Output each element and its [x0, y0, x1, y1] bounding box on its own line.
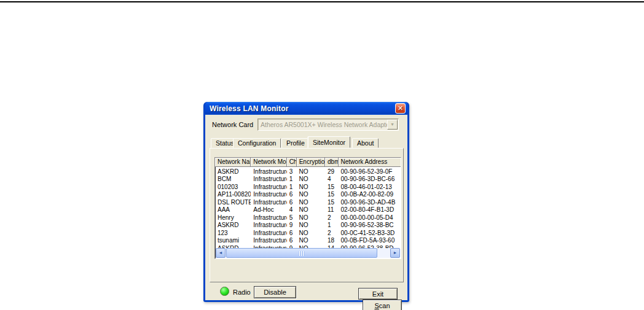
table-cell: Infrastructure: [251, 184, 286, 190]
window-titlebar[interactable]: Wireless LAN Monitor ✕: [205, 102, 407, 115]
table-cell: NO: [297, 214, 325, 221]
table-cell: Infrastructure: [251, 237, 286, 244]
table-cell: 9: [287, 222, 297, 228]
table-cell: 00-0B-A2-00-82-09: [338, 191, 401, 198]
table-cell: 123: [215, 230, 251, 236]
table-row[interactable]: 010203Infrastructure1NO1508-00-46-01-02-…: [215, 183, 401, 191]
table-cell: 6: [287, 237, 297, 244]
table-cell: 4: [325, 176, 338, 182]
table-cell: 00-0C-41-52-B3-3D: [338, 230, 401, 236]
sitemonitor-tab-panel: Network Name Network Mode Ch Encryption …: [210, 148, 404, 282]
wireless-lan-monitor-window: Wireless LAN Monitor ✕ Network Card Athe…: [203, 102, 409, 302]
chevron-down-icon: ▼: [390, 122, 395, 126]
disable-button[interactable]: Disable: [254, 286, 296, 298]
table-cell: 00-90-96-3D-AD-4B: [338, 199, 401, 206]
table-cell: 3: [287, 168, 297, 175]
table-cell: NO: [297, 230, 325, 236]
table-cell: NO: [297, 176, 325, 182]
table-cell: Infrastructure: [251, 230, 286, 236]
column-header-ch[interactable]: Ch: [287, 158, 297, 167]
close-button[interactable]: ✕: [395, 103, 406, 114]
table-cell: NO: [297, 237, 325, 244]
table-cell: NO: [297, 184, 325, 190]
tab-sitemonitor[interactable]: SiteMonitor: [308, 136, 350, 148]
table-row[interactable]: AAAAd-Hoc4NO1102-00-80-4F-B1-3D: [215, 206, 401, 214]
scrollbar-track[interactable]: [226, 248, 390, 258]
horizontal-scrollbar[interactable]: ◄ ►: [216, 248, 400, 258]
network-card-value: Atheros AR5001X+ Wireless Network Adapte…: [258, 121, 387, 128]
table-cell: 00-90-96-52-39-0F: [338, 168, 401, 175]
table-cell: 4: [287, 206, 297, 213]
table-cell: 08-00-46-01-02-13: [338, 184, 401, 190]
exit-button[interactable]: Exit: [358, 288, 398, 300]
table-cell: 1: [287, 184, 297, 190]
arrow-right-icon: ►: [393, 250, 398, 255]
table-cell: AP11-008209: [215, 191, 251, 198]
table-cell: 1: [287, 176, 297, 182]
combo-dropdown-button[interactable]: ▼: [387, 120, 398, 130]
table-cell: BCM: [215, 176, 251, 182]
scrollbar-grip-icon: [299, 251, 305, 256]
table-header: Network Name Network Mode Ch Encryption …: [215, 158, 401, 167]
scrollbar-right-arrow[interactable]: ►: [390, 248, 400, 258]
radio-label: Radio: [233, 289, 251, 296]
close-icon: ✕: [398, 104, 403, 112]
table-cell: Ad-Hoc: [251, 206, 286, 213]
table-cell: tsunami: [215, 237, 251, 244]
table-row[interactable]: tsunamiInfrastructure6NO1800-0B-FD-5A-93…: [215, 237, 401, 245]
column-header-network-mode[interactable]: Network Mode: [251, 158, 286, 167]
table-cell: 00-0B-FD-5A-93-60: [338, 237, 401, 244]
tab-profile[interactable]: Profile: [281, 138, 310, 148]
table-cell: 1: [325, 222, 338, 228]
window-body: Network Card Atheros AR5001X+ Wireless N…: [205, 115, 407, 300]
table-cell: 15: [325, 191, 338, 198]
table-cell: DSL ROUTER: [215, 199, 251, 206]
table-cell: ASKRD: [215, 168, 251, 175]
tab-about[interactable]: About: [352, 138, 379, 148]
table-cell: 5: [287, 214, 297, 221]
column-header-network-name[interactable]: Network Name: [215, 158, 251, 167]
table-cell: Infrastructure: [251, 214, 286, 221]
table-cell: 00-90-96-3D-BC-66: [338, 176, 401, 182]
table-row[interactable]: ASKRDInfrastructure9NO100-90-96-52-38-BC: [215, 222, 401, 230]
table-cell: 11: [325, 206, 338, 213]
table-cell: 6: [287, 230, 297, 236]
table-cell: Infrastructure: [251, 191, 286, 198]
table-cell: NO: [297, 168, 325, 175]
column-header-encryption[interactable]: Encryption: [297, 158, 325, 167]
network-listview: Network Name Network Mode Ch Encryption …: [214, 157, 401, 259]
column-header-network-address[interactable]: Network Address: [339, 158, 401, 167]
scan-button[interactable]: Scan: [363, 300, 402, 310]
table-cell: 18: [325, 237, 338, 244]
scan-button-label: Scan: [374, 302, 390, 309]
table-row[interactable]: HenryInfrastructure5NO200-00-00-00-05-D4: [215, 214, 401, 222]
tab-configuration[interactable]: Configuration: [233, 138, 281, 148]
table-row[interactable]: 123Infrastructure6NO200-0C-41-52-B3-3D: [215, 229, 401, 237]
table-cell: 010203: [215, 184, 251, 190]
table-cell: 29: [325, 168, 338, 175]
table-row[interactable]: BCMInfrastructure1NO400-90-96-3D-BC-66: [215, 176, 401, 184]
table-cell: 2: [325, 230, 338, 236]
arrow-left-icon: ◄: [219, 250, 223, 255]
table-cell: 00-00-00-00-05-D4: [338, 214, 401, 221]
table-cell: Henry: [215, 214, 251, 221]
page-top-rule: [0, 1, 644, 2]
table-row[interactable]: AP11-008209Infrastructure6NO1500-0B-A2-0…: [215, 191, 401, 199]
table-cell: Infrastructure: [251, 176, 286, 182]
table-cell: ASKRD: [215, 222, 251, 228]
table-body: ASKRDInfrastructure3NO2900-90-96-52-39-0…: [215, 168, 401, 252]
column-header-dbm[interactable]: dbm: [325, 158, 339, 167]
table-cell: 02-00-80-4F-B1-3D: [338, 206, 401, 213]
window-title: Wireless LAN Monitor: [210, 104, 395, 113]
table-cell: Infrastructure: [251, 199, 286, 206]
scrollbar-left-arrow[interactable]: ◄: [216, 248, 226, 258]
table-cell: Infrastructure: [251, 168, 286, 175]
table-cell: 00-90-96-52-38-BC: [338, 222, 401, 228]
table-cell: 6: [287, 199, 297, 206]
table-row[interactable]: DSL ROUTERInfrastructure6NO1500-90-96-3D…: [215, 198, 401, 206]
table-row[interactable]: ASKRDInfrastructure3NO2900-90-96-52-39-0…: [215, 168, 401, 176]
table-cell: NO: [297, 191, 325, 198]
scrollbar-thumb[interactable]: [226, 248, 377, 258]
network-card-label: Network Card: [212, 121, 253, 128]
network-card-combobox[interactable]: Atheros AR5001X+ Wireless Network Adapte…: [257, 118, 399, 131]
